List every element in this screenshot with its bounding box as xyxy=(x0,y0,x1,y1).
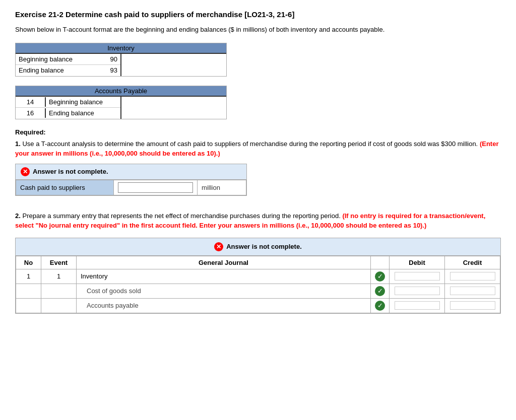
inventory-t-account: Inventory Beginning balance 90 Ending ba… xyxy=(15,43,227,77)
question2-text: 2. Prepare a summary entry that represen… xyxy=(15,211,501,231)
journal-no-2 xyxy=(16,284,41,298)
col-header-debit: Debit xyxy=(390,256,445,269)
cash-row: Cash paid to suppliers million xyxy=(16,180,246,195)
journal-debit-2 xyxy=(390,284,445,298)
col-header-event: Event xyxy=(41,256,77,269)
required-title: Required: xyxy=(15,128,501,136)
journal-check-1: ✓ xyxy=(371,269,390,284)
ap-row-1: 14 Beginning balance xyxy=(16,97,120,108)
journal-check-3: ✓ xyxy=(371,298,390,313)
accounts-payable-t-account: Accounts Payable 14 Beginning balance 16… xyxy=(15,86,227,119)
journal-no-1: 1 xyxy=(16,269,41,284)
cash-label: Cash paid to suppliers xyxy=(16,180,114,195)
section2: 2. Prepare a summary entry that represen… xyxy=(15,211,501,314)
inventory-value-1: 90 xyxy=(95,54,120,64)
inventory-right xyxy=(121,54,226,76)
cash-input-cell xyxy=(113,180,197,195)
check-icon-1: ✓ xyxy=(375,271,385,282)
journal-credit-2 xyxy=(445,284,500,298)
ap-left: 14 Beginning balance 16 Ending balance xyxy=(16,97,121,119)
intro-text: Shown below in T-account format are the … xyxy=(15,25,501,35)
journal-credit-3 xyxy=(445,298,500,313)
journal-entry-1: Inventory xyxy=(77,269,371,284)
question1-text: 1. Use a T-account analysis to determine… xyxy=(15,139,501,159)
answer-table-1: Cash paid to suppliers million xyxy=(16,180,246,195)
required-section: Required: 1. Use a T-account analysis to… xyxy=(15,128,501,201)
check-icon-2: ✓ xyxy=(375,286,385,296)
error-icon-1: ✕ xyxy=(21,167,30,176)
journal-no-3 xyxy=(16,298,41,313)
journal-header-row: No Event General Journal Debit Credit xyxy=(16,256,500,269)
inventory-row-2: Ending balance 93 xyxy=(16,65,120,76)
journal-table: No Event General Journal Debit Credit 1 … xyxy=(16,256,500,313)
inventory-header: Inventory xyxy=(16,43,226,54)
accounts-payable-header: Accounts Payable xyxy=(16,86,226,97)
accounts-payable-section: Accounts Payable 14 Beginning balance 16… xyxy=(15,86,501,119)
journal-entry-2: Cost of goods sold xyxy=(77,284,371,298)
credit-input-1[interactable] xyxy=(450,272,495,281)
debit-input-1[interactable] xyxy=(395,272,440,281)
answer-box-2: ✕ Answer is not complete. No Event Gener… xyxy=(15,238,501,314)
journal-row-3: Accounts payable ✓ xyxy=(16,298,500,313)
answer-status-1: Answer is not complete. xyxy=(33,168,108,175)
col-header-gj: General Journal xyxy=(77,256,371,269)
col-header-no: No xyxy=(16,256,41,269)
journal-event-1: 1 xyxy=(41,269,77,284)
accounts-payable-body: 14 Beginning balance 16 Ending balance xyxy=(16,97,226,119)
journal-event-2 xyxy=(41,284,77,298)
credit-input-3[interactable] xyxy=(450,301,495,310)
journal-check-2: ✓ xyxy=(371,284,390,298)
inventory-row-1: Beginning balance 90 xyxy=(16,54,120,65)
journal-debit-3 xyxy=(390,298,445,313)
journal-credit-1 xyxy=(445,269,500,284)
ap-row-2: 16 Ending balance xyxy=(16,108,120,119)
debit-input-3[interactable] xyxy=(395,301,440,310)
answer-header-2: ✕ Answer is not complete. xyxy=(16,238,500,256)
ap-right xyxy=(121,97,226,119)
ap-center-2: 16 xyxy=(16,108,46,118)
cash-unit: million xyxy=(198,180,246,195)
answer-status-2: Answer is not complete. xyxy=(226,243,302,250)
error-icon-2: ✕ xyxy=(214,242,223,251)
credit-input-2[interactable] xyxy=(450,287,495,295)
journal-row-2: Cost of goods sold ✓ xyxy=(16,284,500,298)
ap-center-1: 14 xyxy=(16,97,46,107)
inventory-label-2: Ending balance xyxy=(16,65,95,75)
debit-input-2[interactable] xyxy=(395,287,440,295)
inventory-body: Beginning balance 90 Ending balance 93 xyxy=(16,54,226,76)
inventory-value-2: 93 xyxy=(95,65,120,75)
page-title: Exercise 21-2 Determine cash paid to sup… xyxy=(15,10,501,19)
check-icon-3: ✓ xyxy=(375,301,385,311)
answer-box-1: ✕ Answer is not complete. Cash paid to s… xyxy=(15,164,247,196)
journal-debit-1 xyxy=(390,269,445,284)
cash-input[interactable] xyxy=(118,182,193,193)
journal-event-3 xyxy=(41,298,77,313)
ap-label-1: Beginning balance xyxy=(46,97,120,107)
answer-header-1: ✕ Answer is not complete. xyxy=(16,164,246,180)
journal-row-1: 1 1 Inventory ✓ xyxy=(16,269,500,284)
inventory-left: Beginning balance 90 Ending balance 93 xyxy=(16,54,121,76)
inventory-section: Inventory Beginning balance 90 Ending ba… xyxy=(15,43,501,77)
inventory-label-1: Beginning balance xyxy=(16,54,95,64)
col-header-credit: Credit xyxy=(445,256,500,269)
col-header-check xyxy=(371,256,390,269)
ap-label-2: Ending balance xyxy=(46,108,120,118)
journal-entry-3: Accounts payable xyxy=(77,298,371,313)
